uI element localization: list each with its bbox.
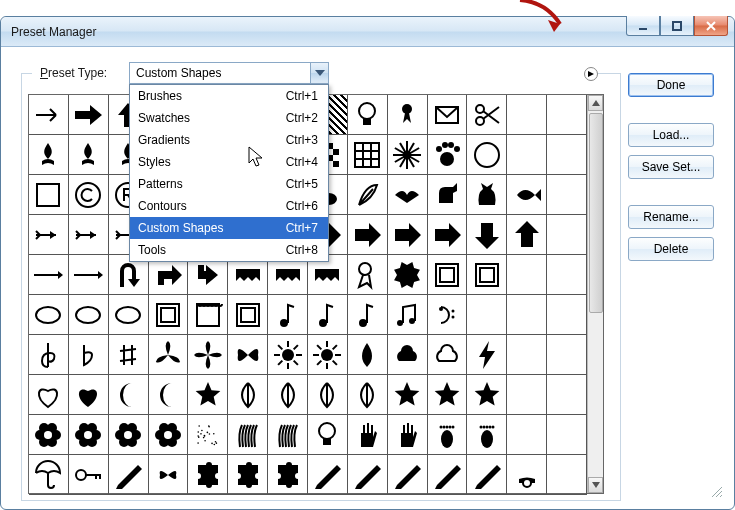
shape-cell[interactable] xyxy=(467,175,507,215)
shape-cell[interactable] xyxy=(69,135,109,175)
shape-cell[interactable] xyxy=(428,175,468,215)
shape-cell[interactable] xyxy=(29,175,69,215)
shape-cell[interactable] xyxy=(507,415,547,455)
shape-cell[interactable] xyxy=(69,415,109,455)
shape-cell[interactable] xyxy=(69,335,109,375)
shape-cell[interactable] xyxy=(109,335,149,375)
shape-cell[interactable] xyxy=(547,455,587,495)
dropdown-item[interactable]: GradientsCtrl+3 xyxy=(130,129,328,151)
shape-cell[interactable] xyxy=(467,215,507,255)
shape-cell[interactable] xyxy=(188,335,228,375)
shape-cell[interactable] xyxy=(29,295,69,335)
shape-cell[interactable] xyxy=(188,415,228,455)
shape-cell[interactable] xyxy=(29,335,69,375)
dropdown-item[interactable]: StylesCtrl+4 xyxy=(130,151,328,173)
shape-cell[interactable] xyxy=(428,415,468,455)
dropdown-item[interactable]: Custom ShapesCtrl+7 xyxy=(130,217,328,239)
shape-cell[interactable] xyxy=(388,335,428,375)
shape-cell[interactable] xyxy=(467,335,507,375)
shape-cell[interactable] xyxy=(69,455,109,495)
shape-cell[interactable] xyxy=(308,415,348,455)
dropdown-item[interactable]: BrushesCtrl+1 xyxy=(130,85,328,107)
shape-cell[interactable] xyxy=(507,455,547,495)
shape-cell[interactable] xyxy=(109,455,149,495)
shape-cell[interactable] xyxy=(69,215,109,255)
scroll-down-button[interactable] xyxy=(588,477,603,493)
shape-cell[interactable] xyxy=(188,295,228,335)
shape-cell[interactable] xyxy=(467,455,507,495)
shape-cell[interactable] xyxy=(29,215,69,255)
shape-cell[interactable] xyxy=(188,455,228,495)
shape-cell[interactable] xyxy=(228,415,268,455)
shape-cell[interactable] xyxy=(547,215,587,255)
resize-grip[interactable] xyxy=(709,484,723,498)
shape-cell[interactable] xyxy=(388,95,428,135)
shape-cell[interactable] xyxy=(268,295,308,335)
shape-cell[interactable] xyxy=(29,95,69,135)
shape-cell[interactable] xyxy=(348,455,388,495)
flyout-menu-button[interactable] xyxy=(584,67,598,81)
shape-cell[interactable] xyxy=(348,95,388,135)
shape-cell[interactable] xyxy=(348,375,388,415)
scroll-up-button[interactable] xyxy=(588,95,603,111)
shape-cell[interactable] xyxy=(348,255,388,295)
delete-button[interactable]: Delete xyxy=(628,237,714,261)
shape-cell[interactable] xyxy=(467,415,507,455)
shape-cell[interactable] xyxy=(467,295,507,335)
shape-cell[interactable] xyxy=(308,295,348,335)
shape-cell[interactable] xyxy=(507,375,547,415)
shape-cell[interactable] xyxy=(109,375,149,415)
shape-cell[interactable] xyxy=(388,255,428,295)
shape-cell[interactable] xyxy=(308,455,348,495)
dropdown-item[interactable]: PatternsCtrl+5 xyxy=(130,173,328,195)
shape-cell[interactable] xyxy=(428,215,468,255)
done-button[interactable]: Done xyxy=(628,73,714,97)
shape-cell[interactable] xyxy=(507,135,547,175)
shape-cell[interactable] xyxy=(29,415,69,455)
shape-cell[interactable] xyxy=(547,375,587,415)
shape-cell[interactable] xyxy=(268,335,308,375)
shape-cell[interactable] xyxy=(268,375,308,415)
dropdown-item[interactable]: ContoursCtrl+6 xyxy=(130,195,328,217)
shape-cell[interactable] xyxy=(149,295,189,335)
shape-cell[interactable] xyxy=(348,415,388,455)
shape-cell[interactable] xyxy=(547,335,587,375)
shape-cell[interactable] xyxy=(428,95,468,135)
shape-cell[interactable] xyxy=(149,415,189,455)
preset-type-dropdown[interactable]: BrushesCtrl+1SwatchesCtrl+2GradientsCtrl… xyxy=(129,84,329,262)
shape-cell[interactable] xyxy=(149,335,189,375)
rename-button[interactable]: Rename... xyxy=(628,205,714,229)
shape-cell[interactable] xyxy=(29,135,69,175)
shape-cell[interactable] xyxy=(348,175,388,215)
shape-cell[interactable] xyxy=(547,95,587,135)
shape-cell[interactable] xyxy=(69,95,109,135)
shape-cell[interactable] xyxy=(507,255,547,295)
shape-cell[interactable] xyxy=(388,295,428,335)
dropdown-item[interactable]: SwatchesCtrl+2 xyxy=(130,107,328,129)
shape-cell[interactable] xyxy=(69,375,109,415)
scrollbar[interactable] xyxy=(587,95,603,493)
shape-cell[interactable] xyxy=(228,375,268,415)
shape-cell[interactable] xyxy=(348,135,388,175)
shape-cell[interactable] xyxy=(388,375,428,415)
shape-cell[interactable] xyxy=(428,135,468,175)
preset-type-combo[interactable]: Custom Shapes xyxy=(129,62,329,84)
maximize-button[interactable] xyxy=(660,16,694,36)
shape-cell[interactable] xyxy=(428,335,468,375)
shape-cell[interactable] xyxy=(388,135,428,175)
shape-cell[interactable] xyxy=(507,215,547,255)
scroll-thumb[interactable] xyxy=(589,113,603,313)
shape-cell[interactable] xyxy=(547,135,587,175)
minimize-button[interactable] xyxy=(626,16,660,36)
shape-cell[interactable] xyxy=(188,375,228,415)
shape-cell[interactable] xyxy=(268,455,308,495)
shape-cell[interactable] xyxy=(547,415,587,455)
shape-cell[interactable] xyxy=(388,415,428,455)
shape-cell[interactable] xyxy=(507,95,547,135)
shape-cell[interactable] xyxy=(348,215,388,255)
shape-cell[interactable] xyxy=(109,415,149,455)
shape-cell[interactable] xyxy=(228,455,268,495)
shape-cell[interactable] xyxy=(109,295,149,335)
shape-cell[interactable] xyxy=(69,175,109,215)
shape-cell[interactable] xyxy=(388,215,428,255)
